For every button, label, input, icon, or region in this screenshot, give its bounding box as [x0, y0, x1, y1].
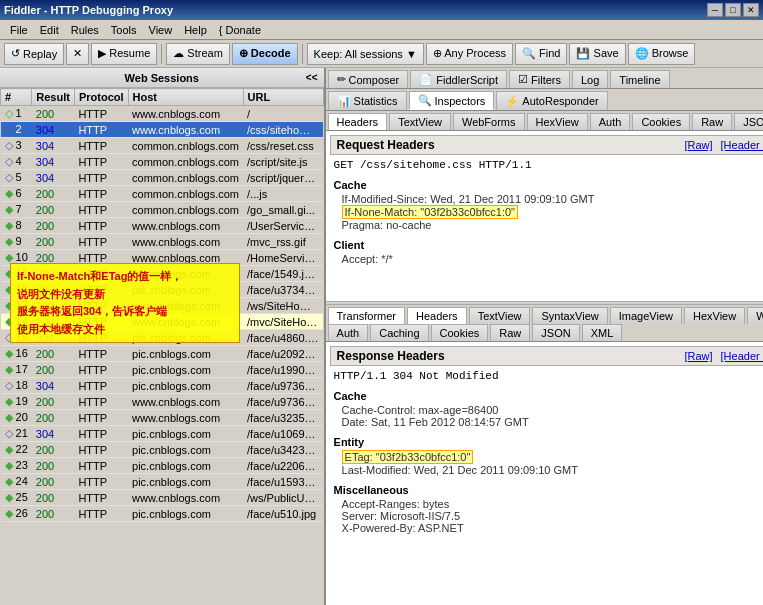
menu-donate[interactable]: { Donate: [213, 22, 267, 38]
bottom-subtab-hexview[interactable]: HexView: [684, 307, 745, 324]
maximize-button[interactable]: □: [725, 3, 741, 17]
table-row[interactable]: ◆ 23 200 HTTP pic.cnblogs.com /face/u220…: [1, 458, 324, 474]
subtab-auth[interactable]: Auth: [590, 113, 631, 130]
table-row[interactable]: ◆ 6 200 HTTP common.cnblogs.com /...js: [1, 186, 324, 202]
raw-link[interactable]: [Raw]: [684, 139, 712, 151]
col-host[interactable]: Host: [128, 89, 243, 106]
tab-composer[interactable]: ✏ Composer: [328, 70, 409, 88]
request-client-section: Client Accept: */*: [330, 233, 763, 267]
resume-button[interactable]: ▶ Resume: [91, 43, 157, 65]
response-entity-section: Entity ETag: "03f2b33c0bfcc1:0" Last-Mod…: [330, 430, 763, 478]
minimize-button[interactable]: ─: [707, 3, 723, 17]
menu-help[interactable]: Help: [178, 22, 213, 38]
table-row[interactable]: ◆ 26 200 HTTP pic.cnblogs.com /face/u510…: [1, 506, 324, 522]
cell-result: 304: [32, 138, 75, 154]
table-row[interactable]: ◆ 8 200 HTTP www.cnblogs.com /UserServic…: [1, 218, 324, 234]
resp-header-definitions-link[interactable]: [Header Definitions]: [721, 350, 763, 362]
bottom-subtab-auth[interactable]: Auth: [328, 324, 369, 341]
bottom-subtab-webview[interactable]: WebView: [747, 307, 763, 324]
menu-file[interactable]: File: [4, 22, 34, 38]
cell-icon: ◆ 19: [1, 394, 32, 410]
table-row[interactable]: ◆ 16 200 HTTP pic.cnblogs.com /face/u209…: [1, 346, 324, 362]
table-row[interactable]: ◆ 25 200 HTTP www.cnblogs.com /ws/Public…: [1, 490, 324, 506]
tab-inspectors[interactable]: 🔍 Inspectors: [409, 91, 495, 110]
close-button[interactable]: ✕: [743, 3, 759, 17]
bottom-subtab-caching[interactable]: Caching: [370, 324, 428, 341]
table-row[interactable]: ◆ 24 200 HTTP pic.cnblogs.com /face/u159…: [1, 474, 324, 490]
menu-rules[interactable]: Rules: [65, 22, 105, 38]
subtab-raw[interactable]: Raw: [692, 113, 732, 130]
cell-result: 200: [32, 202, 75, 218]
stop-button[interactable]: ✕: [66, 43, 89, 65]
table-row[interactable]: ◇ 21 304 HTTP pic.cnblogs.com /face/u106…: [1, 426, 324, 442]
tab-autoresponder[interactable]: ⚡ AutoResponder: [496, 91, 607, 110]
col-result[interactable]: Result: [32, 89, 75, 106]
request-first-line: GET /css/sitehome.css HTTP/1.1: [330, 157, 763, 173]
bottom-subtab-transformer[interactable]: Transformer: [328, 307, 406, 324]
if-modified-since: If-Modified-Since: Wed, 21 Dec 2011 09:0…: [342, 193, 763, 205]
cell-icon: ◆ 26: [1, 506, 32, 522]
table-row[interactable]: ◈ 2 304 HTTP www.cnblogs.com /css/siteho…: [1, 122, 324, 138]
table-row[interactable]: ◇ 5 304 HTTP common.cnblogs.com /script/…: [1, 170, 324, 186]
cell-result: 200: [32, 506, 75, 522]
bottom-subtab-xml[interactable]: XML: [582, 324, 623, 341]
window-controls[interactable]: ─ □ ✕: [707, 3, 759, 17]
tab-log[interactable]: Log: [572, 70, 608, 88]
menu-edit[interactable]: Edit: [34, 22, 65, 38]
sessions-table[interactable]: # Result Protocol Host URL ◇ 1 200 HTTP …: [0, 88, 324, 605]
bottom-subtab-textview[interactable]: TextView: [469, 307, 531, 324]
bottom-subtab-raw[interactable]: Raw: [490, 324, 530, 341]
bottom-subtab-json[interactable]: JSON: [532, 324, 579, 341]
top-tab-bar2: 📊 Statistics 🔍 Inspectors ⚡ AutoResponde…: [326, 89, 763, 111]
col-protocol[interactable]: Protocol: [74, 89, 128, 106]
tab-timeline[interactable]: Timeline: [610, 70, 669, 88]
resp-raw-link[interactable]: [Raw]: [684, 350, 712, 362]
bottom-subtab-imageview[interactable]: ImageView: [610, 307, 682, 324]
bottom-subtab-syntaxview[interactable]: SyntaxView: [532, 307, 607, 324]
replay-button[interactable]: ↺ ↺ Replay Replay: [4, 43, 64, 65]
cell-icon: ◇ 18: [1, 378, 32, 394]
table-row[interactable]: ◇ 1 200 HTTP www.cnblogs.com /: [1, 106, 324, 122]
keep-button[interactable]: Keep: All sessions ▼: [307, 43, 424, 65]
header-definitions-link[interactable]: [Header Definitions]: [721, 139, 763, 151]
tab-filters[interactable]: ☑ Filters: [509, 70, 570, 88]
subtab-hexview[interactable]: HexView: [527, 113, 588, 130]
cell-icon: ◆ 17: [1, 362, 32, 378]
subtab-headers[interactable]: Headers: [328, 113, 388, 130]
cell-host: www.cnblogs.com: [128, 106, 243, 122]
save-button[interactable]: 💾 Save: [569, 43, 625, 65]
table-row[interactable]: ◇ 4 304 HTTP common.cnblogs.com /script/…: [1, 154, 324, 170]
bottom-subtab-headers[interactable]: Headers: [407, 307, 467, 324]
cell-url: /mvc/SiteHome/UserS...: [243, 314, 323, 330]
stream-button[interactable]: ☁ Stream: [166, 43, 230, 65]
cell-icon: ◆ 25: [1, 490, 32, 506]
tab-fiddlerscript[interactable]: 📄 FiddlerScript: [410, 70, 507, 88]
browse-button[interactable]: 🌐 Browse: [628, 43, 696, 65]
cell-host: pic.cnblogs.com: [128, 474, 243, 490]
cell-icon: ◇ 1: [1, 106, 32, 122]
bottom-subtab-cookies[interactable]: Cookies: [431, 324, 489, 341]
process-button[interactable]: ⊕ Any Process: [426, 43, 513, 65]
subtab-webforms[interactable]: WebForms: [453, 113, 525, 130]
subtab-textview[interactable]: TextView: [389, 113, 451, 130]
cell-host: common.cnblogs.com: [128, 202, 243, 218]
col-url[interactable]: URL: [243, 89, 323, 106]
table-row[interactable]: ◆ 7 200 HTTP common.cnblogs.com /go_smal…: [1, 202, 324, 218]
subtab-cookies[interactable]: Cookies: [632, 113, 690, 130]
decode-button[interactable]: ⊕ Decode: [232, 43, 298, 65]
collapse-button[interactable]: <<: [302, 72, 322, 83]
col-num[interactable]: #: [1, 89, 32, 106]
cell-protocol: HTTP: [74, 154, 128, 170]
find-button[interactable]: 🔍 Find: [515, 43, 567, 65]
table-row[interactable]: ◆ 20 200 HTTP www.cnblogs.com /face/u323…: [1, 410, 324, 426]
tab-statistics[interactable]: 📊 Statistics: [328, 91, 407, 110]
table-row[interactable]: ◇ 18 304 HTTP pic.cnblogs.com /face/u973…: [1, 378, 324, 394]
menu-tools[interactable]: Tools: [105, 22, 143, 38]
table-row[interactable]: ◆ 9 200 HTTP www.cnblogs.com /mvc_rss.gi…: [1, 234, 324, 250]
menu-view[interactable]: View: [143, 22, 179, 38]
table-row[interactable]: ◇ 3 304 HTTP common.cnblogs.com /css/res…: [1, 138, 324, 154]
table-row[interactable]: ◆ 17 200 HTTP pic.cnblogs.com /face/u199…: [1, 362, 324, 378]
table-row[interactable]: ◆ 22 200 HTTP pic.cnblogs.com /face/u342…: [1, 442, 324, 458]
table-row[interactable]: ◆ 19 200 HTTP www.cnblogs.com /face/u973…: [1, 394, 324, 410]
subtab-json[interactable]: JSON: [734, 113, 763, 130]
